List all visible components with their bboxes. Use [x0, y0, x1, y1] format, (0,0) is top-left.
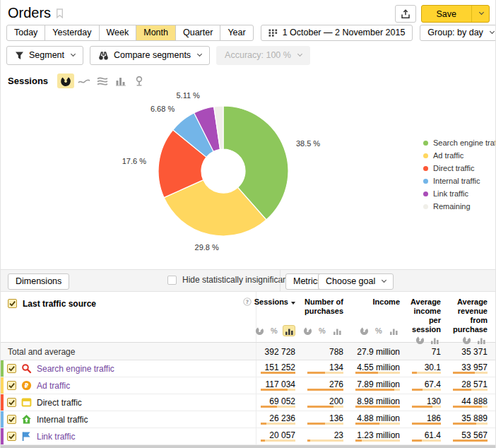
tab-quarter[interactable]: Quarter: [175, 25, 220, 41]
bottom-scrollbar[interactable]: [1, 445, 495, 448]
group-by-dropdown[interactable]: Group: by day: [420, 25, 496, 41]
row-checkbox[interactable]: [7, 432, 16, 441]
app-header: Orders Save: [1, 0, 495, 23]
funnel-icon: [15, 51, 24, 60]
metric-cell: 26 236: [256, 411, 303, 428]
export-button[interactable]: [395, 5, 416, 23]
segment-dropdown[interactable]: Segment: [6, 46, 83, 65]
select-all-checkbox[interactable]: [8, 299, 17, 308]
metric-cell: 28 571: [449, 377, 495, 394]
metric-cell: 117 034: [256, 377, 303, 394]
chart-type-line-button[interactable]: [76, 73, 93, 88]
metric-cell: 33 957: [449, 360, 495, 377]
metric-value: 53 567: [461, 430, 488, 440]
row-label-link[interactable]: Internal traffic: [37, 415, 88, 425]
save-button[interactable]: Save: [422, 6, 472, 22]
row-label-link[interactable]: Link traffic: [37, 432, 75, 442]
column-header-label: Average income per session: [408, 297, 441, 334]
save-split-button[interactable]: Save: [421, 5, 490, 23]
value-bar-track: [453, 440, 488, 442]
value-bar-fill: [355, 372, 378, 374]
choose-goal-label: Choose goal: [326, 276, 375, 286]
column-header[interactable]: Average income per session: [408, 292, 449, 342]
row-label-link[interactable]: Ad traffic: [37, 381, 70, 391]
row-color-stripe: [1, 394, 4, 411]
period-tabs: Today Yesterday Week Month Quarter Year: [6, 25, 254, 41]
metric-cell: 69 052: [256, 394, 303, 411]
map-pin-icon: [134, 76, 144, 87]
bars-view-toggle[interactable]: [387, 325, 400, 336]
bookmark-icon[interactable]: [56, 8, 64, 20]
row-label-link[interactable]: Search engine traffic: [37, 364, 114, 374]
help-icon[interactable]: ?: [243, 297, 252, 306]
chart-type-pie-button[interactable]: [57, 73, 74, 88]
accuracy-dropdown: Accuracy: 100 %: [216, 46, 310, 65]
column-header[interactable]: ?Sessions%: [256, 292, 303, 342]
pie-percentage-label: 17.6 %: [122, 157, 146, 165]
metric-value: 4.88 million: [357, 413, 400, 423]
value-bar-track: [261, 406, 295, 408]
compare-segments-dropdown[interactable]: Compare segments: [90, 46, 210, 65]
compare-segments-label: Compare segments: [114, 50, 191, 60]
choose-goal-dropdown[interactable]: Choose goal: [318, 273, 394, 290]
chevron-down-icon: [490, 28, 495, 33]
value-bar-track: [307, 372, 343, 374]
table-row: Search engine traffic151 2521344.55 mill…: [1, 360, 495, 377]
dimension-column-header[interactable]: Last traffic source: [1, 292, 256, 342]
row-checkbox[interactable]: [7, 364, 16, 373]
chart-type-map-button[interactable]: [131, 73, 148, 88]
metric-cell: 44 888: [449, 394, 495, 411]
pie-view-toggle[interactable]: [301, 325, 314, 336]
row-checkbox[interactable]: [7, 381, 16, 390]
tab-yesterday[interactable]: Yesterday: [45, 25, 99, 41]
value-bar-track: [355, 389, 400, 391]
metric-cells: 69 0522008.98 million13044 888: [256, 394, 495, 411]
pie-percentage-label: 38.5 %: [296, 139, 320, 148]
dimension-cell: Search engine traffic: [1, 360, 256, 377]
table-row: Link traffic20 057231.23 million61.453 5…: [1, 428, 495, 445]
chart-type-areas-button[interactable]: [94, 73, 111, 88]
metric-cells: 26 2361364.88 million18635 889: [256, 411, 495, 428]
value-bar-track: [453, 406, 488, 408]
chart-type-columns-button[interactable]: [112, 73, 129, 88]
metric-cell: 134: [303, 360, 351, 377]
column-header[interactable]: Average revenue from purchase: [449, 292, 495, 342]
metric-cells: 151 2521344.55 million30.133 957: [256, 360, 495, 377]
dimensions-button[interactable]: Dimensions: [8, 273, 69, 290]
row-label-link[interactable]: Direct traffic: [37, 398, 82, 408]
chevron-down-icon: [479, 10, 484, 15]
row-color-stripe: [1, 360, 4, 377]
save-dropdown-button[interactable]: [471, 6, 489, 22]
pie-view-toggle[interactable]: [358, 325, 370, 336]
percent-view-toggle[interactable]: %: [268, 325, 281, 336]
value-bar-fill: [412, 389, 423, 391]
date-range-button[interactable]: 1 October — 2 November 2015: [261, 25, 413, 41]
column-header-label: Average revenue from purchase: [449, 297, 488, 334]
tab-today[interactable]: Today: [6, 25, 45, 41]
total-purchases: 788: [303, 343, 351, 360]
percent-view-toggle[interactable]: %: [316, 325, 329, 336]
column-header[interactable]: Income%: [351, 292, 408, 342]
percent-view-toggle[interactable]: %: [372, 325, 385, 336]
page-title: Orders: [8, 4, 51, 21]
bars-view-toggle[interactable]: [331, 325, 343, 336]
tab-month[interactable]: Month: [136, 25, 176, 41]
metric-cell: 130: [408, 394, 449, 411]
total-row: Total and average 392 728 788 27.9 milli…: [1, 343, 495, 360]
hide-insignificant-checkbox[interactable]: [167, 276, 177, 285]
pie-view-toggle[interactable]: [253, 325, 266, 336]
date-range-label: 1 October — 2 November 2015: [283, 28, 406, 37]
metric-cell: 20 057: [256, 428, 303, 444]
metric-cell: 8.98 million: [351, 394, 408, 411]
row-checkbox[interactable]: [7, 415, 16, 424]
value-bar-fill: [261, 440, 265, 442]
metric-value: 28 571: [461, 379, 488, 389]
svg-text:?: ?: [246, 299, 249, 305]
tab-year[interactable]: Year: [220, 25, 253, 41]
column-header[interactable]: Number of purchases%: [303, 292, 351, 342]
bars-view-toggle[interactable]: [283, 325, 295, 336]
tab-week[interactable]: Week: [99, 25, 137, 41]
value-bar-fill: [453, 389, 471, 391]
row-checkbox[interactable]: [7, 398, 16, 407]
value-bar-fill: [261, 423, 266, 425]
